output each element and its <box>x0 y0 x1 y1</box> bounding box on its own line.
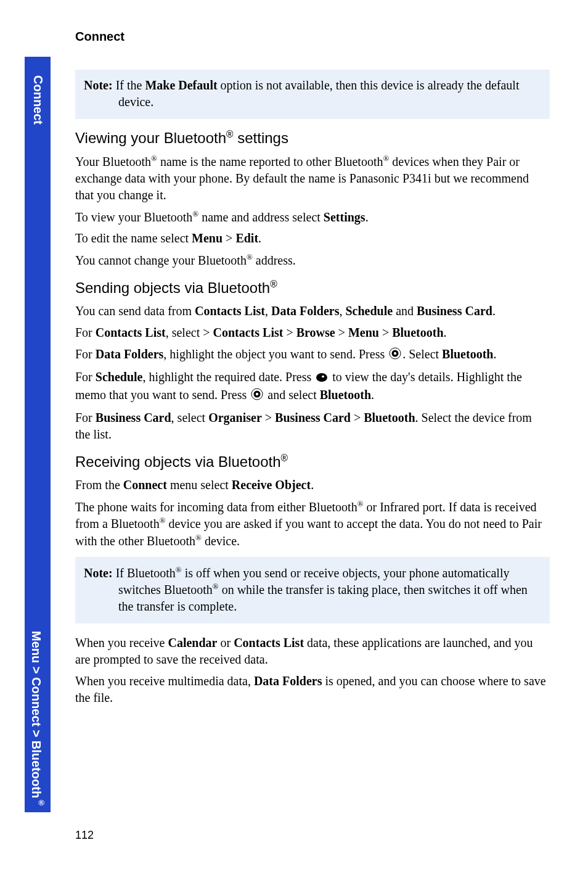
softkey-icon <box>316 370 328 387</box>
text: and select <box>264 388 319 402</box>
registered-mark: ® <box>270 279 277 289</box>
paragraph: To view your Bluetooth® name and address… <box>75 208 550 226</box>
note-text: is off when you send or receive objects,… <box>182 566 510 579</box>
bold-text: Data Folders <box>96 347 164 361</box>
text: When you receive multimedia data, <box>75 674 254 688</box>
bold-text: Edit <box>235 231 258 245</box>
paragraph: From the Connect menu select Receive Obj… <box>75 477 550 493</box>
text: . <box>492 304 496 318</box>
registered-mark: ® <box>357 499 364 508</box>
heading-viewing-settings: Viewing your Bluetooth® settings <box>75 129 550 147</box>
note-text: If Bluetooth <box>113 566 176 579</box>
text: > <box>262 411 275 424</box>
heading-receiving-objects: Receiving objects via Bluetooth® <box>75 453 550 471</box>
side-tab-bar: Connect Menu > Connect > Bluetooth® <box>25 57 51 812</box>
note-label: Note: <box>84 78 113 92</box>
bold-text: Bluetooth <box>364 411 415 424</box>
page-number: 112 <box>75 829 94 842</box>
text: name and address select <box>198 210 324 223</box>
heading-text: Viewing your Bluetooth <box>75 130 226 146</box>
paragraph: When you receive Calendar or Contacts Li… <box>75 635 550 668</box>
heading-sending-objects: Sending objects via Bluetooth® <box>75 279 550 297</box>
text: , select > <box>166 326 213 339</box>
bold-text: Bluetooth <box>392 326 443 339</box>
svg-point-2 <box>394 352 396 355</box>
text: name is the name reported to other Bluet… <box>157 155 383 168</box>
bold-text: Organiser <box>208 411 262 424</box>
text: The phone waits for incoming data from e… <box>75 500 357 513</box>
text: You can send data from <box>75 304 195 318</box>
text: and <box>393 304 417 318</box>
text: For <box>75 411 96 424</box>
bold-text: Connect <box>123 478 167 492</box>
section-header: Connect <box>75 30 550 44</box>
text: > <box>283 326 296 339</box>
text: > <box>351 411 364 424</box>
registered-mark: ® <box>160 516 166 525</box>
note-text: switches Bluetooth® on while the transfe… <box>84 581 541 615</box>
side-tab-breadcrumb: Menu > Connect > Bluetooth® <box>29 631 46 807</box>
bold-text: Menu <box>348 326 379 339</box>
paragraph: To edit the name select Menu > Edit. <box>75 230 550 247</box>
text: > <box>335 326 348 339</box>
paragraph: When you receive multimedia data, Data F… <box>75 673 550 706</box>
text: . <box>444 326 447 339</box>
heading-text: Sending objects via Bluetooth <box>75 279 270 296</box>
text: , <box>265 304 271 318</box>
svg-point-7 <box>256 392 258 395</box>
text: . <box>311 478 314 492</box>
note-label: Note: <box>84 566 113 579</box>
paragraph: The phone waits for incoming data from e… <box>75 498 550 550</box>
bold-text: Contacts List <box>96 326 166 339</box>
text: > <box>379 326 392 339</box>
registered-mark: ® <box>192 209 198 218</box>
bold-text: Schedule <box>345 304 393 318</box>
text: device. <box>202 534 240 548</box>
text: or <box>217 636 234 649</box>
text: When you receive <box>75 636 168 649</box>
bold-text: Browse <box>296 326 335 339</box>
text: menu select <box>167 478 232 492</box>
bold-text: Data Folders <box>254 674 322 688</box>
text: . Select <box>402 347 442 361</box>
text: . <box>493 347 496 361</box>
breadcrumb-text: Menu > Connect > Bluetooth <box>30 631 43 798</box>
bold-text: Menu <box>192 231 223 245</box>
text: . <box>371 388 374 402</box>
bold-text: Contacts List <box>234 636 304 649</box>
text: , <box>339 304 345 318</box>
nav-center-icon <box>251 388 263 405</box>
text: . <box>258 231 261 245</box>
note-bold: Make Default <box>145 78 217 92</box>
registered-mark: ® <box>281 453 288 463</box>
text: For <box>75 347 96 361</box>
paragraph: For Contacts List, select > Contacts Lis… <box>75 324 550 341</box>
bold-text: Bluetooth <box>320 388 371 402</box>
heading-text: settings <box>234 130 288 146</box>
bold-text: Calendar <box>168 636 217 649</box>
svg-point-3 <box>316 373 327 382</box>
registered-mark: ® <box>176 565 182 574</box>
text: You cannot change your Bluetooth <box>75 253 247 267</box>
text: Your Bluetooth <box>75 155 151 168</box>
bold-text: Schedule <box>96 370 143 384</box>
paragraph: You cannot change your Bluetooth® addres… <box>75 252 550 269</box>
page-content: Connect Note: If the Make Default option… <box>75 30 550 711</box>
svg-rect-4 <box>322 376 324 377</box>
bold-text: Business Card <box>96 411 171 424</box>
registered-mark: ® <box>37 798 46 807</box>
paragraph: You can send data from Contacts List, Da… <box>75 303 550 319</box>
bold-text: Bluetooth <box>442 347 493 361</box>
paragraph: For Schedule, highlight the required dat… <box>75 369 550 405</box>
note-text: If the <box>113 78 145 92</box>
text: , highlight the required date. Press <box>142 370 314 384</box>
bold-text: Business Card <box>417 304 492 318</box>
text: For <box>75 326 96 339</box>
registered-mark: ® <box>226 129 234 139</box>
registered-mark: ® <box>383 154 389 163</box>
note-make-default: Note: If the Make Default option is not … <box>75 70 550 119</box>
text: , select <box>171 411 209 424</box>
text: > <box>223 231 235 245</box>
text: switches Bluetooth <box>118 583 213 596</box>
heading-text: Receiving objects via Bluetooth <box>75 453 281 470</box>
